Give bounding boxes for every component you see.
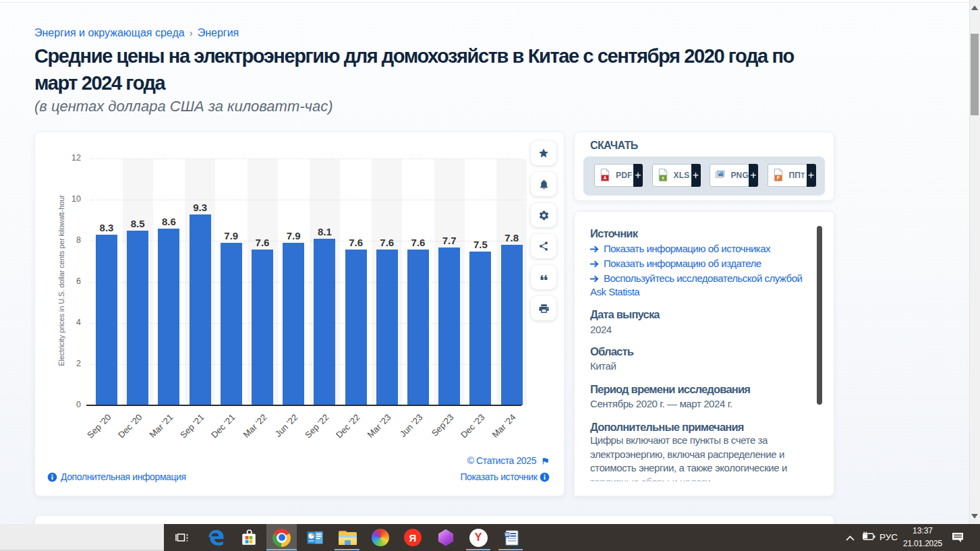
- svg-text:W: W: [505, 532, 509, 537]
- svg-text:P: P: [776, 175, 779, 180]
- svg-text:A: A: [604, 175, 607, 180]
- svg-text:x: x: [662, 175, 664, 180]
